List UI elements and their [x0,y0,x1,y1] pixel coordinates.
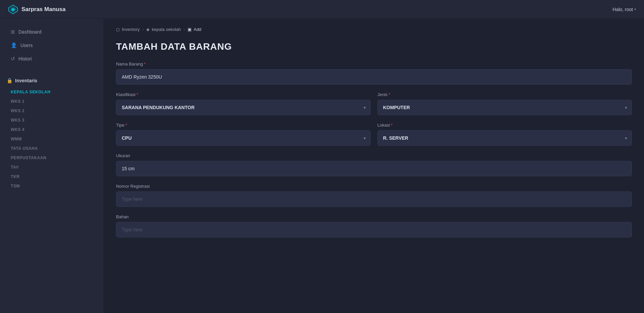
required-star-tipe: * [125,123,127,128]
sidebar-sub-wmm[interactable]: WMM [4,134,100,144]
brand-logo [8,4,18,14]
main-content: ◻ Inventory › ◈ kepala sekolah › ▣ Add T… [104,19,644,313]
form-group-jenis: Jenis * KOMPUTER PRINTER SCANNER LAINNYA [377,92,632,115]
label-nama-barang: Nama Barang * [116,61,632,66]
sidebar-sub-kepala-sekolah[interactable]: KEPALA SEKOLAH [4,87,100,97]
label-jenis: Jenis * [377,92,632,97]
form-group-lokasi: Lokasi * R. SERVER R. KELAS R. GURU R. T… [377,123,632,146]
brand-name: Sarpras Manusa [21,6,65,13]
input-ukuran[interactable] [116,161,632,176]
page-title: TAMBAH DATA BARANG [116,41,632,52]
sidebar-item-users[interactable]: 👤 Users [7,39,97,52]
required-star-jenis: * [388,92,390,97]
select-lokasi[interactable]: R. SERVER R. KELAS R. GURU R. TU LAINNYA [377,130,632,146]
breadcrumb-sep-1: › [142,27,144,32]
breadcrumb-sep-2: › [183,27,185,32]
input-nomor-registrasi[interactable] [116,191,632,207]
label-nomor-registrasi: Nomor Registrasi [116,184,632,189]
sidebar-sub-wks4[interactable]: WKS 4 [4,125,100,134]
select-wrapper-tipe: CPU MONITOR KEYBOARD MOUSE LAINNYA [116,130,371,146]
input-nama-barang[interactable] [116,69,632,85]
topnav: Sarpras Manusa Halo, root ▾ [0,0,644,19]
form-group-nama-barang: Nama Barang * [116,61,632,85]
sidebar-sub-tata-usaha[interactable]: TATA USAHA [4,144,100,153]
required-star-nama: * [144,61,146,66]
add-icon: ▣ [187,27,192,32]
breadcrumb-add: ▣ Add [187,27,201,32]
sidebar-sub-tsm[interactable]: TSM [4,181,100,191]
users-icon: 👤 [11,42,17,48]
main-layout: ⊞ Dashboard 👤 Users ↺ Histori 🔒 Inventar… [0,19,644,313]
input-bahan[interactable] [116,222,632,237]
user-menu[interactable]: Halo, root ▾ [612,7,636,12]
sidebar-nav: ⊞ Dashboard 👤 Users ↺ Histori [0,26,104,65]
inventaris-label: Inventaris [15,78,37,83]
sidebar-sub-wks1[interactable]: WKS 1 [4,97,100,106]
brand: Sarpras Manusa [8,4,65,14]
label-lokasi: Lokasi * [377,123,632,128]
form-row-klasifikasi-jenis: Klasifikasi * SARANA PENDUKUNG KANTOR PE… [116,92,632,123]
sidebar-sub-wks2[interactable]: WKS 2 [4,106,100,116]
breadcrumb-inventory-label: Inventory [122,27,140,32]
inventaris-section: 🔒 Inventaris [0,75,104,87]
breadcrumb-kepala-sekolah[interactable]: ◈ kepala sekolah [146,27,181,32]
form-group-ukuran: Ukuran [116,153,632,176]
breadcrumb-kepala-sekolah-label: kepala sekolah [152,27,181,32]
select-wrapper-lokasi: R. SERVER R. KELAS R. GURU R. TU LAINNYA [377,130,632,146]
sidebar-item-histori-label: Histori [18,56,32,61]
sidebar-sub-items: KEPALA SEKOLAH WKS 1 WKS 2 WKS 3 WKS 4 W… [0,87,104,191]
sidebar-item-dashboard[interactable]: ⊞ Dashboard [7,26,97,38]
tambah-barang-form: Nama Barang * Klasifikasi * SARANA PENDU… [116,61,632,237]
select-wrapper-klasifikasi: SARANA PENDUKUNG KANTOR PERALATAN KANTOR… [116,100,371,115]
sidebar-sub-tav[interactable]: TAV [4,163,100,172]
folder-icon: ◈ [146,27,150,32]
select-wrapper-jenis: KOMPUTER PRINTER SCANNER LAINNYA [377,100,632,115]
form-group-klasifikasi: Klasifikasi * SARANA PENDUKUNG KANTOR PE… [116,92,371,115]
user-greeting: Halo, root [612,7,633,12]
sidebar-sub-perpustakaan[interactable]: PERPUSTAKAAN [4,153,100,163]
sidebar-item-histori[interactable]: ↺ Histori [7,52,97,65]
sidebar-sub-wks3[interactable]: WKS 3 [4,116,100,125]
histori-icon: ↺ [11,56,15,62]
form-group-nomor-registrasi: Nomor Registrasi [116,184,632,207]
sidebar-item-dashboard-label: Dashboard [18,29,42,35]
sidebar: ⊞ Dashboard 👤 Users ↺ Histori 🔒 Inventar… [0,19,104,313]
label-bahan: Bahan [116,214,632,219]
label-ukuran: Ukuran [116,153,632,158]
breadcrumb-inventory[interactable]: ◻ Inventory [116,27,140,32]
required-star-lokasi: * [391,123,393,128]
label-tipe: Tipe * [116,123,371,128]
label-klasifikasi: Klasifikasi * [116,92,371,97]
dashboard-icon: ⊞ [11,29,15,35]
chevron-down-icon: ▾ [634,7,636,11]
form-group-bahan: Bahan [116,214,632,237]
required-star-klasifikasi: * [137,92,138,97]
select-jenis[interactable]: KOMPUTER PRINTER SCANNER LAINNYA [377,100,632,115]
lock-icon: 🔒 [7,78,12,83]
select-klasifikasi[interactable]: SARANA PENDUKUNG KANTOR PERALATAN KANTOR… [116,100,371,115]
form-row-tipe-lokasi: Tipe * CPU MONITOR KEYBOARD MOUSE LAINNY… [116,123,632,153]
sidebar-sub-tkr[interactable]: TKR [4,172,100,181]
select-tipe[interactable]: CPU MONITOR KEYBOARD MOUSE LAINNYA [116,130,371,146]
sidebar-item-users-label: Users [20,43,33,48]
inventory-icon: ◻ [116,27,120,32]
form-group-tipe: Tipe * CPU MONITOR KEYBOARD MOUSE LAINNY… [116,123,371,146]
breadcrumb: ◻ Inventory › ◈ kepala sekolah › ▣ Add [116,27,632,32]
breadcrumb-add-label: Add [194,27,201,32]
